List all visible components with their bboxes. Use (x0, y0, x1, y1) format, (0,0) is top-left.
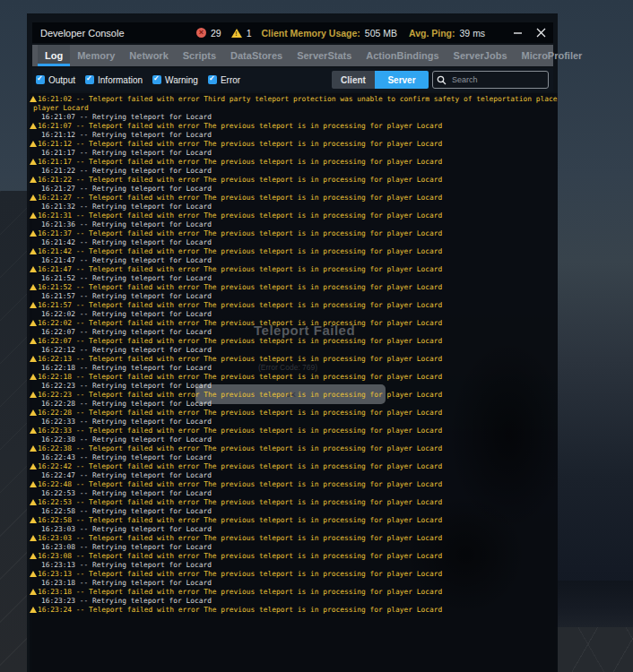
log-row[interactable]: 16:22:53 -- Teleport failed with error T… (30, 498, 558, 507)
log-row[interactable]: 16:21:36 -- Retrying teleport for Locard (30, 220, 558, 229)
log-row[interactable]: 16:22:47 -- Retrying teleport for Locard (30, 471, 558, 480)
checkbox-checked-icon (36, 75, 45, 84)
log-row[interactable]: 16:21:52 -- Retrying teleport for Locard (30, 274, 558, 283)
search-input[interactable] (450, 74, 544, 85)
log-row[interactable]: 16:21:17 -- Teleport failed with error T… (30, 158, 558, 167)
warning-icon (30, 535, 37, 541)
server-button[interactable]: Server (375, 71, 429, 89)
log-row[interactable]: 16:22:42 -- Teleport failed with error T… (30, 462, 558, 471)
titlebar: Developer Console 29 1 Client Memory Usa… (32, 22, 553, 43)
log-row[interactable]: 16:21:02 -- Teleport failed with error T… (30, 95, 558, 113)
log-row[interactable]: 16:22:28 -- Retrying teleport for Locard (30, 400, 558, 409)
log-row[interactable]: 16:22:58 -- Teleport failed with error T… (30, 516, 558, 525)
log-row[interactable]: 16:22:23 -- Retrying teleport for Locard (30, 382, 558, 391)
log-row[interactable]: 16:22:48 -- Teleport failed with error T… (30, 480, 558, 489)
log-row[interactable]: 16:21:52 -- Teleport failed with error T… (30, 283, 558, 292)
tab-bar: LogMemoryNetworkScriptsDataStoresServerS… (32, 45, 553, 66)
tab[interactable]: Scripts (176, 45, 223, 66)
log-row[interactable]: 16:23:08 -- Retrying teleport for Locard (30, 543, 558, 552)
log-row[interactable]: 16:23:18 -- Teleport failed with error T… (30, 588, 558, 597)
tab[interactable]: Memory (70, 45, 122, 66)
log-row[interactable]: 16:21:07 -- Teleport failed with error T… (30, 122, 558, 131)
log-row[interactable]: 16:21:22 -- Teleport failed with error T… (30, 176, 558, 185)
log-row[interactable]: 16:21:42 -- Teleport failed with error T… (30, 247, 558, 256)
warning-icon (30, 302, 37, 308)
warning-icon (30, 141, 37, 147)
memory-value: 505 MB (365, 28, 397, 39)
client-button[interactable]: Client (332, 71, 375, 89)
log-row[interactable]: 16:21:31 -- Teleport failed with error T… (30, 211, 558, 220)
client-server-toggle: Client Server (332, 71, 429, 89)
filter-checkbox-item[interactable]: Information (85, 75, 143, 85)
log-row[interactable]: 16:23:03 -- Teleport failed with error T… (30, 534, 558, 543)
log-row[interactable]: 16:22:12 -- Retrying teleport for Locard (30, 346, 558, 355)
log-row[interactable]: 16:23:08 -- Teleport failed with error T… (30, 552, 558, 561)
warning-icon (30, 266, 37, 272)
log-text: 16:22:18 -- Teleport failed with error T… (38, 373, 442, 381)
tab[interactable]: Log (38, 45, 70, 66)
log-row[interactable]: 16:22:18 -- Teleport failed with error T… (30, 373, 558, 382)
log-row[interactable]: 16:21:17 -- Retrying teleport for Locard (30, 149, 558, 158)
filter-checkbox-item[interactable]: Warning (152, 75, 198, 85)
log-text: 16:22:18 -- Retrying teleport for Locard (41, 364, 212, 372)
log-text: 16:21:36 -- Retrying teleport for Locard (41, 220, 212, 228)
log-row[interactable]: 16:22:33 -- Teleport failed with error T… (30, 426, 558, 435)
filter-checkbox-item[interactable]: Error (208, 75, 240, 85)
log-row[interactable]: 16:22:23 -- Teleport failed with error T… (30, 391, 558, 400)
tab[interactable]: Network (122, 45, 175, 66)
log-row[interactable]: 16:22:28 -- Teleport failed with error T… (30, 409, 558, 418)
log-text: 16:23:08 -- Teleport failed with error T… (38, 552, 442, 560)
log-row[interactable]: 16:23:13 -- Teleport failed with error T… (30, 570, 558, 579)
log-row[interactable]: 16:21:22 -- Retrying teleport for Locard (30, 167, 558, 176)
log-text: 16:22:07 -- Teleport failed with error T… (38, 337, 442, 345)
memory-label: Client Memory Usage: (262, 28, 360, 39)
log-row[interactable]: 16:21:42 -- Retrying teleport for Locard (30, 238, 558, 247)
log-row[interactable]: 16:22:38 -- Teleport failed with error T… (30, 444, 558, 453)
log-row[interactable]: 16:23:24 -- Teleport failed with error T… (30, 606, 558, 615)
log-row[interactable]: 16:23:03 -- Retrying teleport for Locard (30, 525, 558, 534)
log-row[interactable]: 16:22:07 -- Teleport failed with error T… (30, 337, 558, 346)
log-row[interactable]: 16:22:43 -- Retrying teleport for Locard (30, 453, 558, 462)
tab[interactable]: ActionBindings (359, 45, 446, 66)
log-row[interactable]: 16:21:32 -- Retrying teleport for Locard (30, 202, 558, 211)
log-row[interactable]: 16:21:47 -- Retrying teleport for Locard (30, 256, 558, 265)
warning-icon (30, 571, 37, 577)
log-row[interactable]: 16:22:53 -- Retrying teleport for Locard (30, 489, 558, 498)
warning-icon (30, 159, 37, 165)
log-row[interactable]: 16:21:47 -- Teleport failed with error T… (30, 265, 558, 274)
warning-icon (30, 230, 37, 237)
log-row[interactable]: 16:21:57 -- Retrying teleport for Locard (30, 292, 558, 301)
log-row[interactable]: 16:21:12 -- Retrying teleport for Locard (30, 131, 558, 140)
log-text: 16:21:57 -- Retrying teleport for Locard (41, 292, 212, 300)
log-row[interactable]: 16:21:12 -- Teleport failed with error T… (30, 140, 558, 149)
filter-checkbox-item[interactable]: Output (36, 75, 75, 85)
log-text: 16:23:18 -- Teleport failed with error T… (38, 588, 442, 596)
log-row[interactable]: 16:22:07 -- Retrying teleport for Locard (30, 328, 558, 337)
warning-icon (30, 607, 37, 613)
log-row[interactable]: 16:23:13 -- Retrying teleport for Locard (30, 561, 558, 570)
log-row[interactable]: 16:22:38 -- Retrying teleport for Locard (30, 435, 558, 444)
log-text: 16:23:08 -- Retrying teleport for Locard (41, 543, 212, 551)
close-icon[interactable] (535, 28, 546, 39)
log-row[interactable]: 16:21:37 -- Teleport failed with error T… (30, 229, 558, 238)
log-row[interactable]: 16:22:13 -- Teleport failed with error T… (30, 355, 558, 364)
log-row[interactable]: 16:21:57 -- Teleport failed with error T… (30, 301, 558, 310)
warning-icon (30, 194, 37, 201)
tab[interactable]: ServerJobs (447, 45, 515, 66)
log-row[interactable]: 16:21:07 -- Retrying teleport for Locard (30, 113, 558, 122)
tab[interactable]: DataStores (223, 45, 290, 66)
log-row[interactable]: 16:21:27 -- Retrying teleport for Locard (30, 185, 558, 194)
log-row[interactable]: 16:23:18 -- Retrying teleport for Locard (30, 579, 558, 588)
log-row[interactable]: 16:23:23 -- Retrying teleport for Locard (30, 597, 558, 606)
tab[interactable]: MicroProfiler (515, 45, 590, 66)
log-row[interactable]: 16:22:02 -- Teleport failed with error T… (30, 319, 558, 328)
log-text: 16:21:47 -- Teleport failed with error T… (38, 265, 442, 273)
log-row[interactable]: 16:21:27 -- Teleport failed with error T… (30, 194, 558, 202)
log-text: 16:21:52 -- Retrying teleport for Locard (41, 274, 212, 282)
tab[interactable]: ServerStats (290, 45, 359, 66)
log-row[interactable]: 16:22:33 -- Retrying teleport for Locard (30, 418, 558, 426)
log-row[interactable]: 16:22:18 -- Retrying teleport for Locard (30, 364, 558, 373)
minimize-icon[interactable] (512, 28, 523, 39)
log-row[interactable]: 16:22:02 -- Retrying teleport for Locard (30, 310, 558, 319)
log-row[interactable]: 16:22:58 -- Retrying teleport for Locard (30, 507, 558, 516)
